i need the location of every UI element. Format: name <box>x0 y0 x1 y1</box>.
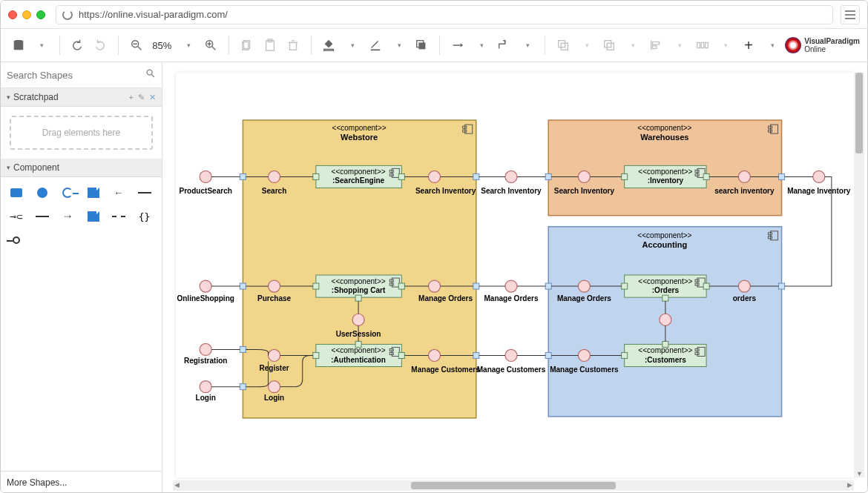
svg-text::SearchEngine: :SearchEngine <box>332 176 385 185</box>
scratchpad-header[interactable]: ▾ Scratchpad + ✎ ✕ <box>1 88 162 107</box>
svg-rect-106 <box>473 283 479 289</box>
svg-text:<<component>>: <<component>> <box>332 277 386 285</box>
svg-text:Webstore: Webstore <box>341 133 378 142</box>
delete-button[interactable] <box>283 35 303 56</box>
shape-lollipop[interactable] <box>8 232 24 248</box>
vertical-scrollbar[interactable]: ▲ ▼ <box>854 73 864 477</box>
horizontal-scrollbar[interactable]: ◀ ▶ <box>173 480 854 491</box>
component-inventory[interactable]: <<component>> :Inventory <box>622 165 710 188</box>
back-dropdown[interactable] <box>622 35 642 56</box>
shape-dashed[interactable] <box>111 208 127 225</box>
svg-rect-31 <box>705 42 708 47</box>
search-icon[interactable] <box>145 68 156 82</box>
svg-text:Login: Login <box>264 394 284 402</box>
zoom-level[interactable]: 85% <box>149 40 174 51</box>
scratchpad-edit-icon[interactable]: ✎ <box>138 93 145 102</box>
svg-rect-14 <box>290 42 297 50</box>
svg-text:Search Inventory: Search Inventory <box>481 187 542 195</box>
align-button[interactable] <box>645 35 665 56</box>
maximize-window-button[interactable] <box>36 10 45 19</box>
svg-rect-71 <box>622 283 628 289</box>
svg-text:Manage Inventory: Manage Inventory <box>787 187 851 195</box>
svg-point-92 <box>352 314 364 325</box>
component-header[interactable]: ▾ Component <box>1 159 162 177</box>
fill-color-button[interactable] <box>319 35 339 56</box>
svg-point-84 <box>738 171 750 182</box>
svg-text:<<component>>: <<component>> <box>637 231 691 239</box>
zoom-in-button[interactable] <box>201 35 221 56</box>
line-color-dropdown[interactable] <box>389 35 409 56</box>
shape-component[interactable] <box>8 185 24 201</box>
more-shapes-button[interactable]: More Shapes... <box>1 471 162 493</box>
shape-provided[interactable]: ⊸⊂ <box>8 208 24 225</box>
connector-dropdown[interactable] <box>470 35 490 56</box>
shadow-button[interactable] <box>412 35 432 56</box>
undo-button[interactable] <box>68 35 88 56</box>
shape-interface-ball[interactable] <box>34 185 50 201</box>
svg-text:Manage Customers: Manage Customers <box>411 365 480 374</box>
to-back-button[interactable] <box>599 35 619 56</box>
hamburger-menu-button[interactable] <box>841 5 860 24</box>
shape-association[interactable] <box>34 208 50 225</box>
save-dropdown[interactable] <box>31 35 51 56</box>
svg-line-33 <box>151 74 154 77</box>
shape-open-arrow[interactable]: ← <box>111 185 127 201</box>
url-bar[interactable]: https://online.visual-paradigm.com/ <box>56 5 833 24</box>
zoom-dropdown[interactable] <box>177 35 197 56</box>
waypoint-button[interactable] <box>494 35 514 56</box>
svg-point-87 <box>269 280 280 292</box>
svg-rect-111 <box>473 352 479 358</box>
svg-line-7 <box>212 47 216 50</box>
connector-style-button[interactable] <box>447 35 467 56</box>
shape-package[interactable] <box>85 185 102 201</box>
svg-rect-24 <box>608 43 614 50</box>
svg-text:Manage Orders: Manage Orders <box>484 294 538 302</box>
add-button[interactable]: + <box>738 35 758 56</box>
redo-button[interactable] <box>91 35 111 56</box>
align-dropdown[interactable] <box>669 35 689 56</box>
chevron-down-icon: ▾ <box>7 164 10 171</box>
minimize-window-button[interactable] <box>22 10 31 19</box>
search-shapes-input[interactable] <box>7 70 145 81</box>
svg-text:search inventory: search inventory <box>714 187 775 195</box>
brand-logo[interactable]: VisualParadigmOnline <box>785 37 860 53</box>
scratchpad-dropzone[interactable]: Drag elements here <box>10 116 153 150</box>
svg-text:Login: Login <box>196 394 216 402</box>
shape-line[interactable] <box>137 185 153 201</box>
component-authentication[interactable]: <<component>> :Authentication <box>313 341 405 366</box>
fill-dropdown[interactable] <box>342 35 362 56</box>
waypoint-dropdown[interactable] <box>517 35 537 56</box>
distribute-dropdown[interactable] <box>715 35 735 56</box>
add-dropdown[interactable] <box>762 35 782 56</box>
close-window-button[interactable] <box>8 10 17 19</box>
svg-point-91 <box>738 280 750 292</box>
component-orders[interactable]: <<component>> :Orders <box>622 275 710 301</box>
shape-constraint[interactable]: {} <box>137 208 153 225</box>
svg-point-88 <box>428 280 440 292</box>
svg-text:Manage Customers: Manage Customers <box>550 365 619 374</box>
component-shopping-cart[interactable]: <<component>> :Shopping Cart <box>313 275 405 301</box>
component-search-engine[interactable]: <<component>> :SearchEngine <box>313 165 405 188</box>
zoom-out-button[interactable] <box>126 35 146 56</box>
shape-dependency-arrow[interactable]: ⤏ <box>59 208 76 225</box>
scratchpad-close-icon[interactable]: ✕ <box>149 93 156 102</box>
diagram-canvas[interactable]: <<component>> Webstore <<component>> War… <box>176 73 854 477</box>
logo-icon <box>785 37 801 53</box>
svg-rect-60 <box>313 352 319 358</box>
paste-button[interactable] <box>260 35 280 56</box>
shape-artifact[interactable] <box>85 208 102 225</box>
scratchpad-add-icon[interactable]: + <box>129 93 134 102</box>
component-customers[interactable]: <<component>> :Customers <box>622 341 707 366</box>
svg-rect-17 <box>324 49 334 50</box>
distribute-button[interactable] <box>692 35 712 56</box>
line-color-button[interactable] <box>365 35 385 56</box>
svg-point-82 <box>505 171 517 182</box>
svg-point-98 <box>578 349 590 361</box>
to-front-button[interactable] <box>553 35 573 56</box>
shape-required-interface[interactable] <box>59 185 76 201</box>
svg-rect-102 <box>473 173 479 179</box>
copy-button[interactable] <box>237 35 257 56</box>
save-button[interactable] <box>8 35 28 56</box>
front-dropdown[interactable] <box>576 35 596 56</box>
refresh-icon[interactable] <box>62 10 73 20</box>
